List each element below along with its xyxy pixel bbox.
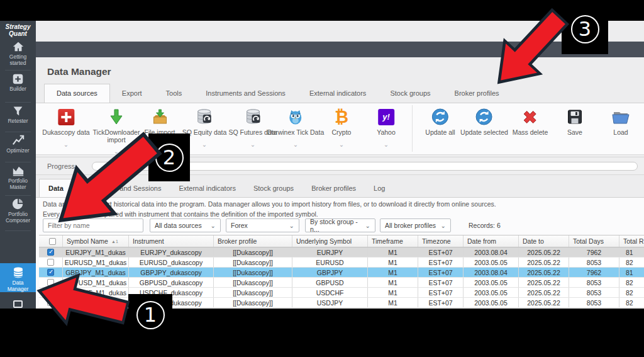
red-x-icon [513,106,548,127]
screenshot-canvas: Strategy Quant Getting started Builder R… [0,0,644,357]
logo-line-1: Strategy [5,23,30,30]
col-total-days[interactable]: Total Days [569,235,619,247]
subtab-log[interactable]: Log [365,179,394,197]
dropdown-caret-icon[interactable] [332,138,352,149]
col-timezone[interactable]: Timezone [418,235,464,247]
select-all-cell [39,235,63,247]
sidebar-divider [5,230,31,231]
tab-stock-groups[interactable]: Stock groups [378,84,442,103]
subtab-stock-groups[interactable]: Stock groups [245,179,303,197]
subtab-external-indicators[interactable]: External indicators [170,179,245,197]
select-all-checkbox[interactable] [49,238,56,245]
sidebar-item-label: Portfolio Master [0,178,36,190]
sidebar-item-getting-started[interactable]: Getting started [0,40,36,66]
col-total-records[interactable]: Total R [619,235,644,247]
database-refresh-icon [182,106,227,127]
col-instrument[interactable]: Instrument [129,235,214,247]
data-source-select[interactable]: All data sources⌄ [150,218,221,232]
sidebar-divider [5,132,31,132]
tab-export[interactable]: Export [110,84,154,103]
sidebar-item-builder[interactable]: Builder [0,73,36,93]
home-icon [12,40,25,53]
chevron-down-icon: ⌄ [441,222,446,229]
area-chart-icon [12,164,25,177]
col-timeframe[interactable]: Timeframe [368,235,418,247]
market-select[interactable]: Forex⌄ [226,218,299,232]
darwinex-tick-data-button[interactable]: Darwinex Tick Data [267,106,324,149]
sidebar-divider [5,102,31,103]
sidebar-divider [5,195,31,196]
sidebar-item-label: Data Manager [0,280,36,292]
dropdown-caret-icon[interactable] [267,138,324,149]
sidebar-item-label: Builder [0,86,36,93]
sidebar-item-partial-icon [13,300,23,308]
sidebar-item-label: Retester [0,118,36,125]
col-date-to[interactable]: Date to [519,235,569,247]
tab-instruments-and-sessions[interactable]: Instruments and Sessions [194,84,297,103]
table-row[interactable]: EURJPY_M1_dukas EURJPY_dukascopy [[Dukas… [39,247,644,258]
dropdown-caret-icon[interactable] [42,138,89,149]
table-row[interactable]: GBPJPY_M1_dukas GBPJPY_dukascopy [[Dukas… [39,268,644,278]
sidebar-item-data-manager[interactable]: Data Manager [0,263,36,292]
bitcoin-icon: ₿ [332,106,352,127]
tab-external-indicators[interactable]: External indicators [297,84,379,103]
table-row[interactable]: EURUSD_M1_dukas EURUSD_dukascopy [[Dukas… [39,258,644,268]
row-select-cell [39,247,63,257]
broker-profile-select[interactable]: All broker profiles⌄ [380,218,451,232]
dropdown-caret-icon[interactable] [377,138,396,149]
tab-data-sources[interactable]: Data sources [44,84,110,103]
step-1-number: 1 [136,301,165,329]
toolbar-separator [412,105,413,152]
table-header-row: Symbol Name▲1 Instrument Broker profile … [39,235,644,247]
sidebar-item-portfolio-master[interactable]: Portfolio Master [0,164,36,190]
tab-tools[interactable]: Tools [154,84,194,103]
main-tab-bar: Data sources Export Tools Instruments an… [36,84,644,103]
col-underlying-symbol[interactable]: Underlying Symbol [292,235,368,247]
sidebar-item-label: Getting started [0,54,36,66]
save-button[interactable]: Save [567,106,584,137]
sidebar-item-portfolio-composer[interactable]: Portfolio Composer [0,198,36,224]
sidebar-divider [5,162,31,162]
chevron-down-icon: ⌄ [289,222,294,229]
mass-delete-button[interactable]: Mass delete [513,106,548,137]
stock-group-select[interactable]: By stock group - n...⌄ [305,218,375,232]
sidebar-item-retester[interactable]: Retester [0,105,36,125]
sidebar-divider [5,70,31,71]
plus-icon [12,73,24,85]
pie-chart-icon [12,198,25,210]
col-date-from[interactable]: Date from [464,235,519,247]
yahoo-button[interactable]: y! Yahoo [377,106,396,149]
sidebar-item-label: Portfolio Composer [0,212,36,224]
database-icon [12,266,25,279]
subtab-broker-profiles[interactable]: Broker profiles [303,179,365,197]
col-broker-profile[interactable]: Broker profile [214,235,292,247]
import-box-icon [144,106,175,127]
sidebar: Strategy Quant Getting started Builder R… [0,21,36,309]
refresh-icon [425,106,455,127]
dukascopy-data-button[interactable]: Dukascopy data [42,106,89,149]
row-checkbox[interactable] [47,249,54,256]
step-1-badge: 1 [128,294,172,344]
line-chart-icon [12,134,25,147]
sidebar-item-optimizer[interactable]: Optimizer [0,134,36,154]
load-button[interactable]: Load [611,106,630,137]
folder-icon [611,106,630,127]
swiss-flag-icon [42,106,89,127]
floppy-disk-icon [567,106,584,127]
crypto-button[interactable]: ₿ Crypto [332,106,352,149]
records-count: Records: 6 [469,222,501,230]
funnel-icon [12,105,24,117]
owl-icon [267,106,324,127]
update-selected-button[interactable]: Update selected [460,106,508,137]
refresh-icon [460,106,508,127]
yahoo-icon: y! [377,106,396,127]
chevron-down-icon: ⌄ [211,222,216,229]
logo-line-2: Quant [9,30,27,37]
update-all-button[interactable]: Update all [425,106,455,137]
sidebar-item-label: Optimizer [0,148,36,154]
strategyquant-logo: Strategy Quant [0,21,36,37]
sort-indicator: ▲1 [111,239,118,244]
chevron-down-icon: ⌄ [365,222,370,229]
